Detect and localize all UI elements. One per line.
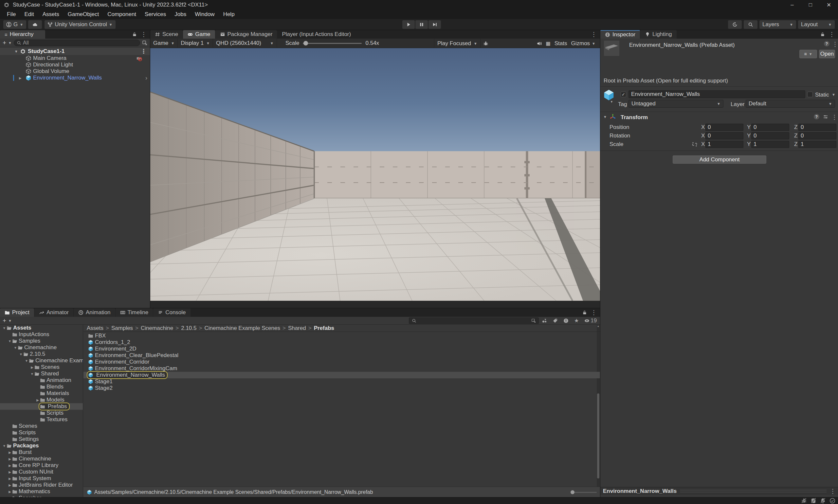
file-item-environment-narrow-walls[interactable]: Environment_Narrow_Walls xyxy=(84,372,600,378)
game-mode-dropdown[interactable]: Game ▼ xyxy=(150,39,178,48)
tree-item-custom-nunit[interactable]: ▶Custom NUnit xyxy=(0,469,83,475)
transform-position-z-field[interactable]: 0 xyxy=(798,124,836,131)
menu-edit[interactable]: Edit xyxy=(20,10,38,19)
tree-item-input-system[interactable]: ▶Input System xyxy=(0,475,83,482)
display-dropdown[interactable]: Display 1 ▼ xyxy=(178,39,213,48)
kebab-menu-icon[interactable]: ⋮ xyxy=(832,113,837,121)
foldout-down-icon[interactable]: ▼ xyxy=(2,326,6,330)
lock-icon[interactable] xyxy=(820,32,825,37)
tree-item-blends[interactable]: Blends xyxy=(0,383,83,390)
tree-item-mathematics[interactable]: ▶Mathematics xyxy=(0,488,83,495)
scale-slider-knob[interactable] xyxy=(303,41,308,46)
hierarchy-item-main-camera[interactable]: Main Camera xyxy=(0,55,150,61)
kebab-menu-icon[interactable]: ⋮ xyxy=(832,40,838,48)
hierarchy-search-input[interactable]: All xyxy=(14,40,140,46)
search-by-type-icon[interactable] xyxy=(542,318,547,323)
gizmos-dropdown[interactable]: Gizmos ▼ xyxy=(571,40,595,47)
foldout-down-icon[interactable]: ▼ xyxy=(14,50,18,53)
transform-foldout-icon[interactable]: ▼ xyxy=(603,115,607,119)
menu-window[interactable]: Window xyxy=(191,10,219,19)
thumbnail-size-knob[interactable] xyxy=(571,490,574,494)
file-item-environment-clear-bluepedestal[interactable]: Environment_Clear_BluePedestal xyxy=(84,352,600,359)
tab-hierarchy[interactable]: ≡ Hierarchy xyxy=(0,30,45,39)
play-focused-dropdown[interactable]: Play Focused ▼ xyxy=(434,39,481,48)
resolution-dropdown[interactable]: QHD (2560x1440) ▼ xyxy=(213,39,277,48)
tab-game[interactable]: Game xyxy=(183,30,215,39)
notifications-muted-icon[interactable] xyxy=(820,498,826,504)
add-asset-button[interactable]: + xyxy=(3,317,6,324)
audio-mute-icon[interactable] xyxy=(537,41,542,46)
kebab-menu-icon[interactable]: ⋮ xyxy=(830,488,836,495)
kebab-menu-icon[interactable]: ⋮ xyxy=(591,309,597,316)
static-checkbox[interactable] xyxy=(807,92,813,97)
transform-rotation-x-field[interactable]: 0 xyxy=(706,132,743,140)
importance-icon[interactable] xyxy=(563,318,569,323)
transform-scale-x-field[interactable]: 1 xyxy=(706,141,743,148)
tree-item-packages[interactable]: ▼Packages xyxy=(0,443,83,449)
tag-dropdown[interactable]: Untagged ▼ xyxy=(628,100,724,108)
menu-component[interactable]: Component xyxy=(103,10,140,19)
foldout-right-icon[interactable]: ▶ xyxy=(30,365,34,369)
preview-drag-handle[interactable] xyxy=(680,490,826,492)
kebab-menu-icon[interactable]: ⋮ xyxy=(591,31,597,38)
transform-position-y-field[interactable]: 0 xyxy=(751,124,789,131)
hidden-items-indicator[interactable]: 19 xyxy=(584,318,597,324)
project-search-input[interactable] xyxy=(409,318,539,324)
maximize-button[interactable]: □ xyxy=(801,0,820,10)
menu-assets[interactable]: Assets xyxy=(38,10,64,19)
transform-scale-y-field[interactable]: 1 xyxy=(751,141,789,148)
tab-animator[interactable]: Animator xyxy=(34,308,73,317)
foldout-right-icon[interactable]: ▶ xyxy=(7,464,12,467)
file-item-stage1[interactable]: Stage1 xyxy=(84,378,600,385)
foldout-down-icon[interactable]: ▼ xyxy=(30,372,34,376)
favorites-star-icon[interactable]: ★ xyxy=(574,318,579,324)
tab-console[interactable]: Console xyxy=(153,308,190,317)
tree-item-scenes[interactable]: Scenes xyxy=(0,423,83,429)
breadcrumb-item-cinemachine-example-scenes[interactable]: Cinemachine Example Scenes xyxy=(204,325,280,331)
tree-item-assets[interactable]: ▼Assets xyxy=(0,325,83,331)
foldout-down-icon[interactable]: ▼ xyxy=(2,444,6,448)
link-broken-icon[interactable] xyxy=(692,142,697,147)
debug-bug-icon[interactable] xyxy=(483,41,488,46)
foldout-down-icon[interactable]: ▼ xyxy=(7,339,12,343)
tree-item-cinemachine[interactable]: ▼Cinemachine xyxy=(0,344,83,351)
pick-window-icon[interactable] xyxy=(142,40,147,46)
expand-chevron-icon[interactable]: › xyxy=(145,75,147,82)
tree-item-prefabs[interactable]: Prefabs xyxy=(0,403,83,410)
file-item-corridors-1-2[interactable]: Corridors_1_2 xyxy=(84,339,600,346)
tree-item-animation[interactable]: Animation xyxy=(0,377,83,383)
tree-item-samples[interactable]: ▼Samples xyxy=(0,338,83,344)
scene-row[interactable]: ▼ StudyCase1-1 ⋮ xyxy=(0,48,150,55)
file-item-environment-2d[interactable]: Environment_2D xyxy=(84,346,600,352)
pause-button[interactable] xyxy=(415,20,428,29)
tree-item-shared[interactable]: ▼Shared xyxy=(0,371,83,377)
add-object-button[interactable]: + xyxy=(3,39,6,47)
foldout-down-icon[interactable]: ▼ xyxy=(24,359,29,363)
stats-toggle[interactable]: Stats xyxy=(554,40,567,47)
static-dropdown-icon[interactable]: ▼ xyxy=(832,93,835,96)
inspector-preview-header[interactable]: Environment_Narrow_Walls ⋮ xyxy=(600,487,838,495)
tree-item-inputactions[interactable]: InputActions xyxy=(0,331,83,338)
tree-item-scripts[interactable]: Scripts xyxy=(0,410,83,416)
breadcrumb-item-assets[interactable]: Assets xyxy=(87,325,104,331)
file-item-environment-corridor[interactable]: Environment_Corridor xyxy=(84,359,600,365)
help-icon[interactable]: ? xyxy=(814,114,819,120)
tab-inspector[interactable]: Inspector xyxy=(600,30,640,39)
tree-item-cinemachine-example-scenes[interactable]: ▼Cinemachine Example Scenes xyxy=(0,357,83,364)
camera-disabled[interactable] xyxy=(136,55,142,61)
chevron-down-icon[interactable]: ▼ xyxy=(8,319,12,323)
kebab-menu-icon[interactable]: ⋮ xyxy=(141,31,147,38)
tab-player-input-actions-editor-[interactable]: Player (Input Actions Editor) xyxy=(277,30,356,39)
debugger-disabled-icon[interactable] xyxy=(801,498,807,504)
hierarchy-item-directional-light[interactable]: Directional Light xyxy=(0,61,150,68)
scale-slider[interactable] xyxy=(303,43,362,44)
progress-check-icon[interactable] xyxy=(830,498,835,504)
search-by-label-icon[interactable] xyxy=(553,318,558,323)
tree-item-scripts[interactable]: Scripts xyxy=(0,429,83,436)
transform-scale-z-field[interactable]: 1 xyxy=(798,141,836,148)
hierarchy-item-global-volume[interactable]: Global Volume xyxy=(0,68,150,75)
lock-icon[interactable] xyxy=(132,32,137,37)
step-button[interactable] xyxy=(428,20,441,29)
tab-timeline[interactable]: Timeline xyxy=(115,308,153,317)
foldout-right-icon[interactable]: ▶ xyxy=(19,76,25,80)
